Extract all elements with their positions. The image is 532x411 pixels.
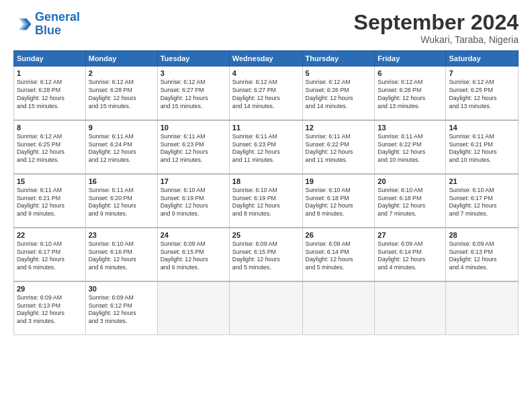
day-cell: 7Sunrise: 6:12 AM Sunset: 6:25 PM Daylig… (446, 66, 519, 120)
day-cell: 28Sunrise: 6:09 AM Sunset: 6:13 PM Dayli… (446, 228, 519, 281)
day-info: Sunrise: 6:12 AM Sunset: 6:26 PM Dayligh… (306, 79, 372, 111)
day-info: Sunrise: 6:10 AM Sunset: 6:17 PM Dayligh… (17, 240, 83, 273)
day-cell: 5Sunrise: 6:12 AM Sunset: 6:26 PM Daylig… (302, 66, 375, 120)
day-info: Sunrise: 6:09 AM Sunset: 6:15 PM Dayligh… (161, 240, 226, 273)
day-info: Sunrise: 6:09 AM Sunset: 6:13 PM Dayligh… (17, 294, 83, 326)
day-info: Sunrise: 6:10 AM Sunset: 6:17 PM Dayligh… (449, 187, 515, 219)
day-cell: 23Sunrise: 6:10 AM Sunset: 6:16 PM Dayli… (85, 228, 157, 281)
week-row-5: 29Sunrise: 6:09 AM Sunset: 6:13 PM Dayli… (14, 281, 519, 335)
day-cell: 6Sunrise: 6:12 AM Sunset: 6:26 PM Daylig… (375, 66, 446, 120)
day-info: Sunrise: 6:12 AM Sunset: 6:25 PM Dayligh… (17, 133, 83, 165)
day-info: Sunrise: 6:09 AM Sunset: 6:13 PM Dayligh… (449, 240, 515, 273)
day-number: 13 (378, 124, 443, 132)
day-cell: 3Sunrise: 6:12 AM Sunset: 6:27 PM Daylig… (157, 66, 229, 120)
day-number: 5 (306, 69, 372, 77)
day-cell: 16Sunrise: 6:11 AM Sunset: 6:20 PM Dayli… (85, 174, 157, 228)
logo-general: General (35, 10, 80, 24)
day-info: Sunrise: 6:12 AM Sunset: 6:25 PM Dayligh… (449, 79, 515, 111)
day-cell: 24Sunrise: 6:09 AM Sunset: 6:15 PM Dayli… (157, 228, 229, 281)
day-cell (157, 281, 229, 335)
day-cell: 22Sunrise: 6:10 AM Sunset: 6:17 PM Dayli… (14, 228, 86, 281)
day-number: 22 (17, 231, 83, 239)
week-row-2: 8Sunrise: 6:12 AM Sunset: 6:25 PM Daylig… (14, 120, 519, 174)
day-cell: 12Sunrise: 6:11 AM Sunset: 6:22 PM Dayli… (302, 120, 375, 174)
day-info: Sunrise: 6:10 AM Sunset: 6:19 PM Dayligh… (232, 187, 300, 219)
day-number: 15 (17, 177, 83, 185)
day-info: Sunrise: 6:11 AM Sunset: 6:24 PM Dayligh… (89, 133, 154, 165)
day-number: 21 (449, 177, 515, 185)
day-number: 10 (161, 124, 226, 132)
col-header-friday: Friday (375, 51, 446, 66)
day-cell: 15Sunrise: 6:11 AM Sunset: 6:21 PM Dayli… (14, 174, 86, 228)
day-info: Sunrise: 6:12 AM Sunset: 6:26 PM Dayligh… (378, 79, 443, 111)
day-cell: 21Sunrise: 6:10 AM Sunset: 6:17 PM Dayli… (446, 174, 519, 228)
day-cell (375, 281, 446, 335)
calendar-table: SundayMondayTuesdayWednesdayThursdayFrid… (13, 50, 519, 335)
title-block: September 2024 Wukari, Taraba, Nigeria (354, 11, 519, 45)
day-cell: 1Sunrise: 6:12 AM Sunset: 6:28 PM Daylig… (14, 66, 86, 120)
day-info: Sunrise: 6:10 AM Sunset: 6:18 PM Dayligh… (378, 187, 443, 219)
day-number: 1 (17, 69, 83, 77)
day-info: Sunrise: 6:12 AM Sunset: 6:28 PM Dayligh… (89, 79, 154, 111)
day-info: Sunrise: 6:09 AM Sunset: 6:15 PM Dayligh… (232, 240, 300, 273)
day-cell: 26Sunrise: 6:09 AM Sunset: 6:14 PM Dayli… (302, 228, 375, 281)
day-info: Sunrise: 6:12 AM Sunset: 6:27 PM Dayligh… (161, 79, 226, 111)
day-number: 23 (89, 231, 154, 239)
day-number: 11 (232, 124, 300, 132)
day-cell: 8Sunrise: 6:12 AM Sunset: 6:25 PM Daylig… (14, 120, 86, 174)
calendar-header-row: SundayMondayTuesdayWednesdayThursdayFrid… (14, 51, 519, 66)
day-number: 3 (161, 69, 226, 77)
day-number: 7 (449, 69, 515, 77)
day-info: Sunrise: 6:11 AM Sunset: 6:21 PM Dayligh… (17, 187, 83, 219)
day-number: 17 (161, 177, 226, 185)
day-number: 25 (232, 231, 300, 239)
day-info: Sunrise: 6:09 AM Sunset: 6:12 PM Dayligh… (89, 294, 154, 326)
day-number: 28 (449, 231, 515, 239)
day-number: 14 (449, 124, 515, 132)
day-cell (446, 281, 519, 335)
day-info: Sunrise: 6:10 AM Sunset: 6:19 PM Dayligh… (161, 187, 226, 219)
day-cell: 4Sunrise: 6:12 AM Sunset: 6:27 PM Daylig… (229, 66, 302, 120)
day-number: 26 (306, 231, 372, 239)
day-info: Sunrise: 6:11 AM Sunset: 6:23 PM Dayligh… (161, 133, 226, 165)
week-row-1: 1Sunrise: 6:12 AM Sunset: 6:28 PM Daylig… (14, 66, 519, 120)
col-header-wednesday: Wednesday (229, 51, 302, 66)
logo-text: General Blue (35, 11, 80, 38)
day-info: Sunrise: 6:11 AM Sunset: 6:22 PM Dayligh… (378, 133, 443, 165)
day-cell: 30Sunrise: 6:09 AM Sunset: 6:12 PM Dayli… (85, 281, 157, 335)
week-row-4: 22Sunrise: 6:10 AM Sunset: 6:17 PM Dayli… (14, 228, 519, 281)
day-cell: 13Sunrise: 6:11 AM Sunset: 6:22 PM Dayli… (375, 120, 446, 174)
col-header-tuesday: Tuesday (157, 51, 229, 66)
day-number: 19 (306, 177, 372, 185)
col-header-thursday: Thursday (302, 51, 375, 66)
day-cell: 2Sunrise: 6:12 AM Sunset: 6:28 PM Daylig… (85, 66, 157, 120)
header: General Blue September 2024 Wukari, Tara… (13, 11, 519, 45)
day-info: Sunrise: 6:11 AM Sunset: 6:23 PM Dayligh… (232, 133, 300, 165)
logo: General Blue (13, 11, 80, 38)
col-header-saturday: Saturday (446, 51, 519, 66)
page: General Blue September 2024 Wukari, Tara… (0, 0, 532, 411)
day-number: 20 (378, 177, 443, 185)
day-info: Sunrise: 6:11 AM Sunset: 6:21 PM Dayligh… (449, 133, 515, 165)
day-info: Sunrise: 6:10 AM Sunset: 6:16 PM Dayligh… (89, 240, 154, 273)
day-info: Sunrise: 6:09 AM Sunset: 6:14 PM Dayligh… (378, 240, 443, 273)
location-subtitle: Wukari, Taraba, Nigeria (354, 34, 519, 45)
day-info: Sunrise: 6:11 AM Sunset: 6:20 PM Dayligh… (89, 187, 154, 219)
day-info: Sunrise: 6:12 AM Sunset: 6:28 PM Dayligh… (17, 79, 83, 111)
day-cell: 19Sunrise: 6:10 AM Sunset: 6:18 PM Dayli… (302, 174, 375, 228)
day-number: 2 (89, 69, 154, 77)
day-cell: 18Sunrise: 6:10 AM Sunset: 6:19 PM Dayli… (229, 174, 302, 228)
month-title: September 2024 (354, 11, 519, 34)
day-info: Sunrise: 6:12 AM Sunset: 6:27 PM Dayligh… (232, 79, 300, 111)
day-number: 29 (17, 285, 83, 293)
logo-icon (13, 15, 32, 34)
day-cell: 20Sunrise: 6:10 AM Sunset: 6:18 PM Dayli… (375, 174, 446, 228)
day-cell: 27Sunrise: 6:09 AM Sunset: 6:14 PM Dayli… (375, 228, 446, 281)
day-number: 24 (161, 231, 226, 239)
day-number: 18 (232, 177, 300, 185)
day-info: Sunrise: 6:10 AM Sunset: 6:18 PM Dayligh… (306, 187, 372, 219)
day-cell: 25Sunrise: 6:09 AM Sunset: 6:15 PM Dayli… (229, 228, 302, 281)
day-number: 30 (89, 285, 154, 293)
day-number: 8 (17, 124, 83, 132)
day-cell: 10Sunrise: 6:11 AM Sunset: 6:23 PM Dayli… (157, 120, 229, 174)
